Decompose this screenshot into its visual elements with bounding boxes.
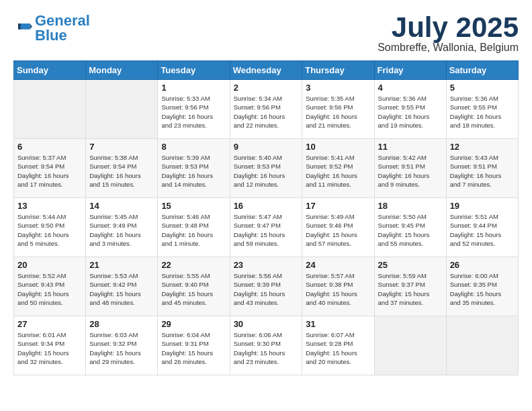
day-number: 15 <box>161 201 226 211</box>
calendar-cell: 26Sunrise: 6:00 AM Sunset: 9:35 PM Dayli… <box>446 257 518 316</box>
day-number: 17 <box>306 201 370 211</box>
day-number: 6 <box>17 142 82 152</box>
calendar-cell: 20Sunrise: 5:52 AM Sunset: 9:43 PM Dayli… <box>14 257 86 316</box>
day-number: 14 <box>89 201 154 211</box>
day-number: 18 <box>378 201 443 211</box>
day-header-friday: Friday <box>374 61 446 80</box>
location-subtitle: Sombreffe, Wallonia, Belgium <box>378 42 519 54</box>
day-detail: Sunrise: 5:42 AM Sunset: 9:51 PM Dayligh… <box>378 153 443 189</box>
calendar-cell: 6Sunrise: 5:37 AM Sunset: 9:54 PM Daylig… <box>14 139 86 198</box>
day-detail: Sunrise: 5:40 AM Sunset: 9:53 PM Dayligh… <box>234 153 299 189</box>
day-number: 22 <box>161 260 226 270</box>
day-detail: Sunrise: 5:33 AM Sunset: 9:56 PM Dayligh… <box>161 94 226 130</box>
day-detail: Sunrise: 6:00 AM Sunset: 9:35 PM Dayligh… <box>450 271 515 307</box>
day-detail: Sunrise: 5:34 AM Sunset: 9:56 PM Dayligh… <box>234 94 299 130</box>
calendar-cell: 5Sunrise: 5:36 AM Sunset: 9:55 PM Daylig… <box>446 80 518 139</box>
calendar-cell: 16Sunrise: 5:47 AM Sunset: 9:47 PM Dayli… <box>230 198 302 257</box>
calendar-cell: 22Sunrise: 5:55 AM Sunset: 9:40 PM Dayli… <box>158 257 230 316</box>
day-detail: Sunrise: 6:06 AM Sunset: 9:30 PM Dayligh… <box>234 330 299 366</box>
calendar-cell: 19Sunrise: 5:51 AM Sunset: 9:44 PM Dayli… <box>446 198 518 257</box>
calendar-cell: 24Sunrise: 5:57 AM Sunset: 9:38 PM Dayli… <box>302 257 374 316</box>
day-number: 23 <box>234 260 299 270</box>
day-detail: Sunrise: 5:56 AM Sunset: 9:39 PM Dayligh… <box>234 271 299 307</box>
day-detail: Sunrise: 5:41 AM Sunset: 9:52 PM Dayligh… <box>306 153 370 189</box>
calendar-cell <box>446 316 518 375</box>
day-number: 1 <box>161 83 226 93</box>
day-detail: Sunrise: 5:46 AM Sunset: 9:48 PM Dayligh… <box>161 212 226 248</box>
day-number: 27 <box>17 319 82 329</box>
day-number: 9 <box>234 142 299 152</box>
day-number: 10 <box>306 142 370 152</box>
calendar-cell <box>374 316 446 375</box>
day-detail: Sunrise: 6:07 AM Sunset: 9:28 PM Dayligh… <box>306 330 370 366</box>
day-number: 4 <box>378 83 443 93</box>
day-header-tuesday: Tuesday <box>158 61 230 80</box>
calendar-week-row: 1Sunrise: 5:33 AM Sunset: 9:56 PM Daylig… <box>14 80 519 139</box>
calendar-week-row: 13Sunrise: 5:44 AM Sunset: 9:50 PM Dayli… <box>14 198 519 257</box>
day-header-wednesday: Wednesday <box>230 61 302 80</box>
day-detail: Sunrise: 6:01 AM Sunset: 9:34 PM Dayligh… <box>17 330 82 366</box>
day-detail: Sunrise: 5:35 AM Sunset: 9:56 PM Dayligh… <box>306 94 370 130</box>
day-header-monday: Monday <box>86 61 158 80</box>
calendar-week-row: 20Sunrise: 5:52 AM Sunset: 9:43 PM Dayli… <box>14 257 519 316</box>
svg-marker-0 <box>19 24 30 30</box>
day-detail: Sunrise: 6:04 AM Sunset: 9:31 PM Dayligh… <box>161 330 226 366</box>
day-detail: Sunrise: 5:43 AM Sunset: 9:51 PM Dayligh… <box>450 153 515 189</box>
logo-icon <box>13 19 32 38</box>
day-header-sunday: Sunday <box>14 61 86 80</box>
day-number: 25 <box>378 260 443 270</box>
day-detail: Sunrise: 5:36 AM Sunset: 9:55 PM Dayligh… <box>450 94 515 130</box>
day-number: 8 <box>161 142 226 152</box>
logo: General Blue <box>13 13 90 43</box>
day-detail: Sunrise: 6:03 AM Sunset: 9:32 PM Dayligh… <box>89 330 154 366</box>
day-number: 19 <box>450 201 515 211</box>
day-number: 7 <box>89 142 154 152</box>
calendar-cell: 28Sunrise: 6:03 AM Sunset: 9:32 PM Dayli… <box>86 316 158 375</box>
title-block: July 2025 Sombreffe, Wallonia, Belgium <box>378 13 519 54</box>
day-number: 5 <box>450 83 515 93</box>
day-header-thursday: Thursday <box>302 61 374 80</box>
calendar-cell: 18Sunrise: 5:50 AM Sunset: 9:45 PM Dayli… <box>374 198 446 257</box>
logo-text: General Blue <box>35 13 90 43</box>
day-detail: Sunrise: 5:39 AM Sunset: 9:53 PM Dayligh… <box>161 153 226 189</box>
calendar-cell: 13Sunrise: 5:44 AM Sunset: 9:50 PM Dayli… <box>14 198 86 257</box>
calendar-cell: 12Sunrise: 5:43 AM Sunset: 9:51 PM Dayli… <box>446 139 518 198</box>
svg-marker-1 <box>30 24 33 30</box>
day-detail: Sunrise: 5:44 AM Sunset: 9:50 PM Dayligh… <box>17 212 82 248</box>
calendar-cell: 11Sunrise: 5:42 AM Sunset: 9:51 PM Dayli… <box>374 139 446 198</box>
day-number: 11 <box>378 142 443 152</box>
calendar-cell: 8Sunrise: 5:39 AM Sunset: 9:53 PM Daylig… <box>158 139 230 198</box>
month-title: July 2025 <box>378 13 519 42</box>
calendar-cell: 10Sunrise: 5:41 AM Sunset: 9:52 PM Dayli… <box>302 139 374 198</box>
svg-rect-2 <box>18 24 21 30</box>
calendar-week-row: 27Sunrise: 6:01 AM Sunset: 9:34 PM Dayli… <box>14 316 519 375</box>
day-detail: Sunrise: 5:38 AM Sunset: 9:54 PM Dayligh… <box>89 153 154 189</box>
calendar-cell: 27Sunrise: 6:01 AM Sunset: 9:34 PM Dayli… <box>14 316 86 375</box>
day-number: 21 <box>89 260 154 270</box>
day-number: 29 <box>161 319 226 329</box>
calendar-cell: 23Sunrise: 5:56 AM Sunset: 9:39 PM Dayli… <box>230 257 302 316</box>
day-number: 26 <box>450 260 515 270</box>
day-number: 20 <box>17 260 82 270</box>
calendar-cell: 31Sunrise: 6:07 AM Sunset: 9:28 PM Dayli… <box>302 316 374 375</box>
calendar-cell: 4Sunrise: 5:36 AM Sunset: 9:55 PM Daylig… <box>374 80 446 139</box>
calendar-cell: 3Sunrise: 5:35 AM Sunset: 9:56 PM Daylig… <box>302 80 374 139</box>
calendar-cell: 25Sunrise: 5:59 AM Sunset: 9:37 PM Dayli… <box>374 257 446 316</box>
calendar-cell: 1Sunrise: 5:33 AM Sunset: 9:56 PM Daylig… <box>158 80 230 139</box>
calendar-cell: 7Sunrise: 5:38 AM Sunset: 9:54 PM Daylig… <box>86 139 158 198</box>
calendar-cell: 15Sunrise: 5:46 AM Sunset: 9:48 PM Dayli… <box>158 198 230 257</box>
day-detail: Sunrise: 5:51 AM Sunset: 9:44 PM Dayligh… <box>450 212 515 248</box>
day-detail: Sunrise: 5:59 AM Sunset: 9:37 PM Dayligh… <box>378 271 443 307</box>
day-detail: Sunrise: 5:55 AM Sunset: 9:40 PM Dayligh… <box>161 271 226 307</box>
day-number: 2 <box>234 83 299 93</box>
day-detail: Sunrise: 5:50 AM Sunset: 9:45 PM Dayligh… <box>378 212 443 248</box>
day-number: 28 <box>89 319 154 329</box>
day-number: 16 <box>234 201 299 211</box>
calendar-cell: 17Sunrise: 5:49 AM Sunset: 9:46 PM Dayli… <box>302 198 374 257</box>
calendar-table: SundayMondayTuesdayWednesdayThursdayFrid… <box>13 60 519 375</box>
day-number: 31 <box>306 319 370 329</box>
calendar-cell: 9Sunrise: 5:40 AM Sunset: 9:53 PM Daylig… <box>230 139 302 198</box>
calendar-cell: 29Sunrise: 6:04 AM Sunset: 9:31 PM Dayli… <box>158 316 230 375</box>
calendar-cell <box>86 80 158 139</box>
calendar-cell: 30Sunrise: 6:06 AM Sunset: 9:30 PM Dayli… <box>230 316 302 375</box>
